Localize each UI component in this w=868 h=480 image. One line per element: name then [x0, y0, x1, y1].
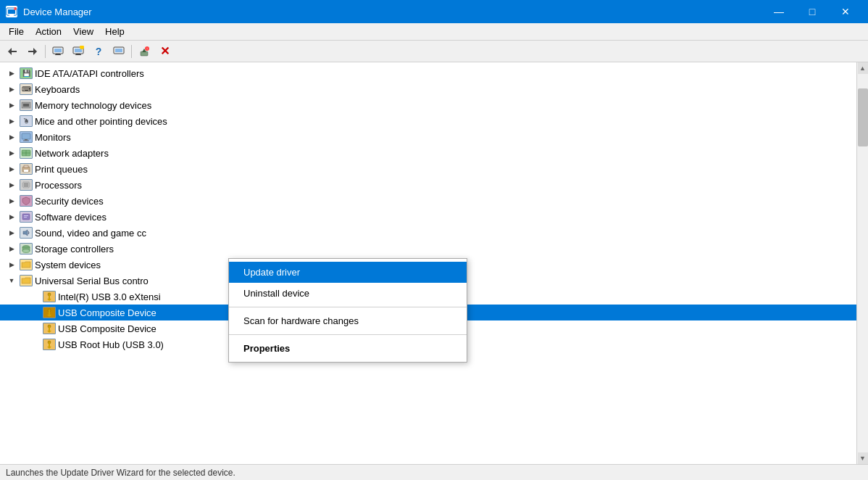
minimize-button[interactable]: — — [762, 0, 796, 23]
toggle-usb[interactable]: ▼ — [6, 275, 17, 286]
properties-button[interactable] — [109, 43, 128, 60]
tree-item-processors[interactable]: ▶ Processors — [0, 177, 856, 193]
icon-monitors — [20, 131, 33, 143]
icon-keyboards: ⌨ — [20, 83, 33, 95]
tree-item-mice[interactable]: ▶ 🖱 Mice and other pointing devices — [0, 113, 856, 129]
label-keyboards: Keyboards — [35, 84, 80, 95]
tree-item-network[interactable]: ▶ Network adapters — [0, 145, 856, 161]
toggle-usb-composite-1: ▶ — [29, 307, 41, 318]
label-security: Security devices — [35, 196, 104, 207]
svg-rect-2 — [9, 15, 14, 16]
icon-intel-usb — [43, 291, 56, 302]
help-button[interactable]: ? — [89, 43, 108, 60]
menu-help[interactable]: Help — [99, 25, 130, 38]
svg-rect-19 — [115, 49, 122, 52]
window-title: Device Manager — [23, 7, 92, 17]
icon-ide: 💾 — [20, 67, 33, 79]
svg-rect-6 — [11, 51, 17, 52]
ctx-update-driver[interactable]: Update driver — [229, 262, 467, 283]
toggle-print[interactable]: ▶ — [6, 163, 17, 175]
svg-rect-45 — [24, 217, 27, 218]
tree-item-ide[interactable]: ▶ 💾 IDE ATA/ATAPI controllers — [0, 65, 856, 81]
menu-bar: File Action View Help — [0, 23, 868, 41]
close-button[interactable]: ✕ — [829, 0, 862, 23]
svg-rect-28 — [23, 141, 29, 141]
scroll-down[interactable]: ▼ — [858, 452, 868, 464]
ctx-scan-hardware[interactable]: Scan for hardware changes — [229, 310, 467, 331]
toggle-sound[interactable]: ▶ — [6, 227, 17, 239]
ctx-properties[interactable]: Properties — [229, 338, 467, 359]
svg-marker-55 — [47, 315, 51, 317]
toggle-monitors[interactable]: ▶ — [6, 131, 17, 143]
icon-usb-composite-1 — [43, 307, 56, 318]
label-software: Software devices — [35, 212, 107, 223]
icon-system — [20, 259, 33, 270]
toggle-security[interactable]: ▶ — [6, 195, 17, 207]
icon-usb — [20, 275, 33, 286]
label-print: Print queues — [35, 164, 88, 175]
label-ide: IDE ATA/ATAPI controllers — [35, 68, 144, 79]
icon-usb-composite-2 — [43, 323, 56, 334]
main-area: ▶ 💾 IDE ATA/ATAPI controllers ▶ ⌨ Keyboa… — [0, 62, 868, 464]
toggle-network[interactable]: ▶ — [6, 147, 17, 159]
toggle-processors[interactable]: ▶ — [6, 179, 17, 191]
svg-rect-25 — [23, 104, 29, 107]
toolbar-sep-1 — [45, 45, 46, 58]
svg-rect-44 — [24, 215, 28, 216]
update-driver-button[interactable]: ! — [135, 43, 154, 60]
svg-rect-26 — [22, 133, 30, 139]
ctx-sep-2 — [229, 334, 467, 335]
tree-item-storage[interactable]: ▶ Storage controllers — [0, 241, 856, 257]
label-monitors: Monitors — [35, 132, 71, 143]
toggle-memory[interactable]: ▶ — [6, 99, 17, 111]
maximize-button[interactable]: □ — [796, 0, 829, 23]
svg-text:!: ! — [146, 46, 147, 50]
toggle-software[interactable]: ▶ — [6, 211, 17, 223]
svg-rect-27 — [25, 139, 28, 141]
scroll-thumb[interactable] — [858, 88, 868, 146]
uninstall-button[interactable]: ✕ — [155, 43, 174, 60]
title-bar: ! Device Manager — □ ✕ — [0, 0, 868, 23]
menu-view[interactable]: View — [67, 25, 99, 38]
tree-item-memory[interactable]: ▶ Memory technology devices — [0, 97, 856, 113]
toggle-ide[interactable]: ▶ — [6, 67, 17, 79]
menu-action[interactable]: Action — [30, 25, 67, 38]
computer-button[interactable] — [49, 43, 67, 60]
svg-rect-54 — [49, 311, 50, 315]
toggle-intel-usb: ▶ — [29, 291, 41, 302]
toggle-mice[interactable]: ▶ — [6, 115, 17, 127]
tree-item-software[interactable]: ▶ Software devices — [0, 209, 856, 225]
back-button[interactable] — [3, 43, 22, 60]
icon-storage — [20, 243, 33, 255]
toolbar: ? ! ✕ — [0, 41, 868, 62]
tree-item-sound[interactable]: ▶ Sound, video and game cc — [0, 225, 856, 241]
tree-item-monitors[interactable]: ▶ Monitors — [0, 129, 856, 145]
svg-rect-12 — [55, 54, 61, 55]
ctx-uninstall-device[interactable]: Uninstall device — [229, 283, 467, 304]
forward-button[interactable] — [23, 43, 42, 60]
menu-file[interactable]: File — [3, 25, 30, 38]
label-processors: Processors — [35, 180, 82, 191]
icon-memory — [20, 99, 33, 111]
toggle-keyboards[interactable]: ▶ — [6, 83, 17, 95]
title-bar-left: ! Device Manager — [6, 6, 92, 17]
icon-sound — [20, 227, 33, 239]
svg-rect-57 — [49, 327, 50, 331]
svg-rect-10 — [54, 49, 62, 52]
tree-item-print[interactable]: ▶ Print queues — [0, 161, 856, 177]
icon-mice: 🖱 — [20, 115, 33, 127]
svg-rect-33 — [24, 165, 28, 167]
icon-usb-root-hub — [43, 339, 56, 350]
svg-rect-60 — [49, 343, 50, 347]
label-memory: Memory technology devices — [35, 100, 151, 111]
tree-item-keyboards[interactable]: ▶ ⌨ Keyboards — [0, 81, 856, 97]
list-button[interactable] — [69, 43, 88, 60]
context-menu: Update driver Uninstall device Scan for … — [228, 258, 467, 363]
toggle-system[interactable]: ▶ — [6, 259, 17, 270]
scroll-up[interactable]: ▲ — [858, 62, 868, 74]
label-usb-root-hub: USB Root Hub (USB 3.0) — [58, 339, 164, 350]
toggle-storage[interactable]: ▶ — [6, 243, 17, 255]
scrollbar[interactable]: ▲ ▼ — [856, 62, 868, 464]
icon-print — [20, 163, 33, 175]
tree-item-security[interactable]: ▶ Security devices — [0, 193, 856, 209]
